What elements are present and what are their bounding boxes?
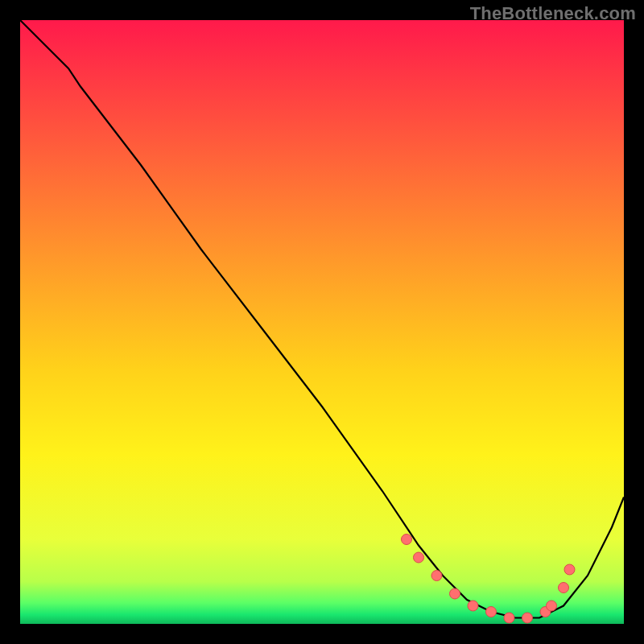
curve-marker [504, 613, 514, 623]
plot-area [20, 20, 624, 624]
gradient-background [20, 20, 624, 624]
curve-marker [486, 607, 497, 617]
chart-svg [20, 20, 624, 624]
curve-marker [468, 601, 478, 611]
curve-marker [559, 583, 569, 593]
curve-marker [402, 535, 412, 545]
curve-marker [564, 564, 575, 575]
curve-marker [522, 613, 533, 623]
curve-marker [547, 601, 557, 611]
watermark-label: TheBottleneck.com [470, 3, 636, 24]
curve-marker [431, 571, 442, 581]
curve-marker [450, 588, 460, 599]
chart-frame: TheBottleneck.com [0, 0, 644, 644]
curve-marker [414, 552, 424, 563]
